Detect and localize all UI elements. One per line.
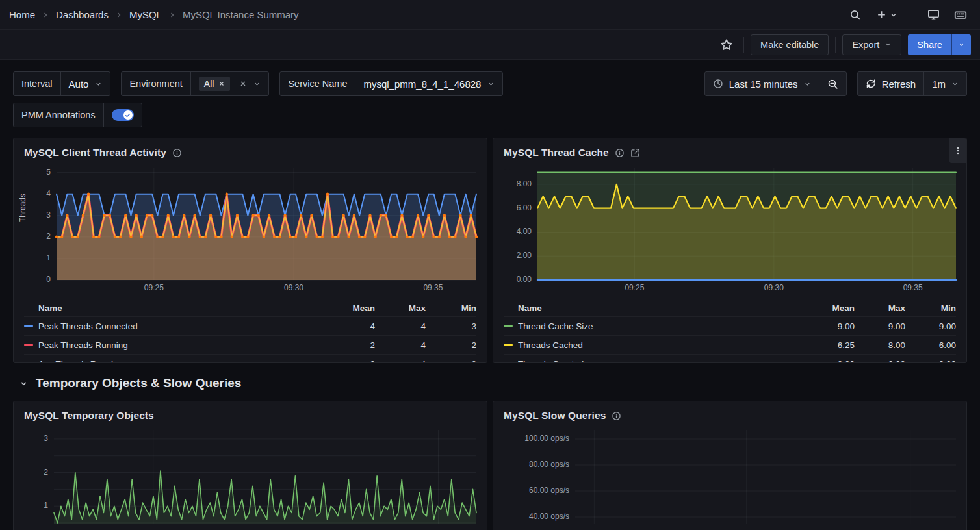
share-button[interactable]: Share [908, 34, 951, 55]
legend-mean: 0.00 [804, 359, 855, 364]
panel-title[interactable]: MySQL Temporary Objects [24, 410, 154, 422]
slow-queries-chart[interactable]: 100.00 ops/s80.00 ops/s60.00 ops/s40.00 … [504, 430, 956, 524]
legend-series-name[interactable]: Threads Created [518, 359, 804, 364]
y-axis-tick: 5 [13, 168, 51, 177]
plus-icon [876, 9, 887, 20]
panel-title[interactable]: MySQL Client Thread Activity [24, 147, 166, 158]
legend-series-name[interactable]: Thread Cache Size [518, 322, 804, 331]
y-axis-tick: 3 [13, 434, 48, 443]
chevron-right-icon [115, 11, 123, 19]
share-menu-button[interactable] [951, 34, 971, 55]
temporary-objects-chart[interactable]: 321 [24, 430, 476, 524]
legend-max: 0.00 [855, 359, 905, 364]
panel-row-1: MySQL Client Thread Activity 54321009:25… [13, 138, 967, 363]
x-axis-tick: 09:25 [615, 283, 654, 292]
legend-mean: 9.00 [804, 322, 855, 331]
legend-header-name[interactable]: Name [24, 303, 324, 313]
legend-min: 2 [426, 359, 476, 364]
thread-cache-chart[interactable]: 8.006.004.002.000.0009:2509:3009:35 [504, 168, 956, 296]
breadcrumb-dashboards[interactable]: Dashboards [56, 9, 109, 20]
environment-select[interactable]: All [191, 72, 269, 95]
search-icon[interactable] [845, 5, 866, 25]
close-icon[interactable] [218, 81, 225, 87]
share-split-button: Share [908, 34, 971, 55]
star-icon[interactable] [716, 34, 737, 55]
info-icon[interactable] [612, 411, 621, 421]
legend-max: 8.00 [855, 340, 905, 350]
legend-header-col[interactable]: Max [855, 303, 905, 313]
section-title[interactable]: Temporary Objects & Slow Queries [36, 376, 241, 390]
chevron-down-icon[interactable] [19, 379, 28, 388]
time-range-picker[interactable]: Last 15 minutes [705, 72, 819, 95]
legend-row[interactable]: Peak Threads Connected443 [24, 316, 476, 335]
time-range-value: Last 15 minutes [729, 79, 798, 90]
legend-max: 4 [375, 340, 426, 350]
external-link-icon[interactable] [630, 148, 640, 158]
panel-title[interactable]: MySQL Slow Queries [504, 410, 606, 422]
export-label: Export [852, 40, 879, 50]
panel-header[interactable]: MySQL Temporary Objects [14, 401, 487, 426]
panel-mysql-client-thread-activity: MySQL Client Thread Activity 54321009:25… [13, 138, 487, 363]
legend-series-name[interactable]: Peak Threads Running [38, 340, 324, 350]
thread-activity-chart[interactable]: 54321009:2509:3009:35Threads [24, 168, 476, 296]
panel-header[interactable]: MySQL Client Thread Activity [14, 138, 487, 163]
panel-menu-button[interactable] [949, 138, 966, 163]
breadcrumb-mysql[interactable]: MySQL [129, 9, 162, 20]
environment-chip[interactable]: All [199, 77, 231, 91]
y-axis-label: Threads [18, 194, 27, 222]
environment-chip-label: All [204, 79, 214, 89]
x-axis-tick: 09:35 [413, 283, 452, 292]
legend-header-col[interactable]: Min [905, 303, 956, 313]
legend-header-col[interactable]: Mean [324, 303, 375, 313]
dashboard-canvas: Interval Auto Environment All Service Na… [0, 71, 980, 530]
legend-row[interactable]: Avg Threads Running242 [24, 354, 476, 363]
section-temporary-objects[interactable]: Temporary Objects & Slow Queries [19, 376, 967, 390]
nav-actions [845, 5, 971, 25]
refresh-button[interactable]: Refresh [858, 72, 924, 95]
interval-label: Interval [14, 72, 61, 95]
clear-icon[interactable] [239, 80, 247, 88]
y-axis-tick: 4.00 [493, 227, 532, 236]
chevron-down-icon [951, 81, 959, 88]
legend-series-name[interactable]: Threads Cached [518, 340, 804, 350]
y-axis-tick: 2.00 [493, 251, 532, 260]
legend-series-name[interactable]: Peak Threads Connected [38, 322, 324, 331]
legend-header-col[interactable]: Min [426, 303, 476, 313]
panel-title[interactable]: MySQL Thread Cache [504, 147, 609, 158]
thread-cache-legend: NameMeanMaxMinThread Cache Size9.009.009… [504, 299, 956, 363]
check-icon [125, 112, 131, 118]
legend-header-col[interactable]: Mean [804, 303, 855, 313]
service-name-variable: Service Name mysql_pmm_8_4_1_46828 [279, 71, 503, 96]
legend-max: 9.00 [855, 322, 905, 331]
legend-row[interactable]: Threads Created0.000.000.00 [504, 354, 956, 363]
legend-row[interactable]: Threads Cached6.258.006.00 [504, 335, 956, 354]
annotations-row: PMM Annotations [13, 103, 967, 127]
panel-mysql-temporary-objects: MySQL Temporary Objects 321 [13, 401, 487, 530]
new-menu-button[interactable] [872, 5, 901, 25]
dashboard-toolbar: Make editable Export Share [0, 30, 980, 60]
interval-value: Auto [69, 79, 89, 90]
info-icon[interactable] [615, 148, 625, 158]
monitor-icon[interactable] [923, 5, 944, 25]
refresh-interval-select[interactable]: 1m [923, 72, 966, 95]
pmm-annotations-toggle[interactable] [112, 109, 134, 121]
legend-row[interactable]: Thread Cache Size9.009.009.00 [504, 316, 956, 335]
info-icon[interactable] [172, 148, 182, 158]
zoom-out-button[interactable] [819, 72, 846, 95]
legend-row[interactable]: Peak Threads Running242 [24, 335, 476, 354]
chevron-down-icon [890, 11, 897, 19]
panel-header[interactable]: MySQL Slow Queries [493, 401, 966, 426]
y-axis-tick: 8.00 [493, 179, 532, 188]
chevron-right-icon [42, 11, 49, 19]
export-button[interactable]: Export [842, 34, 901, 55]
legend-header-col[interactable]: Max [375, 303, 426, 313]
service-name-select[interactable]: mysql_pmm_8_4_1_46828 [355, 72, 502, 95]
breadcrumb-home[interactable]: Home [9, 9, 35, 20]
keyboard-icon[interactable] [950, 5, 971, 25]
interval-select[interactable]: Auto [61, 72, 110, 95]
legend-series-name[interactable]: Avg Threads Running [38, 359, 324, 364]
panel-header[interactable]: MySQL Thread Cache [493, 138, 966, 163]
make-editable-button[interactable]: Make editable [751, 34, 829, 55]
legend-header-name[interactable]: Name [504, 303, 804, 313]
legend-series-swatch [24, 344, 33, 346]
